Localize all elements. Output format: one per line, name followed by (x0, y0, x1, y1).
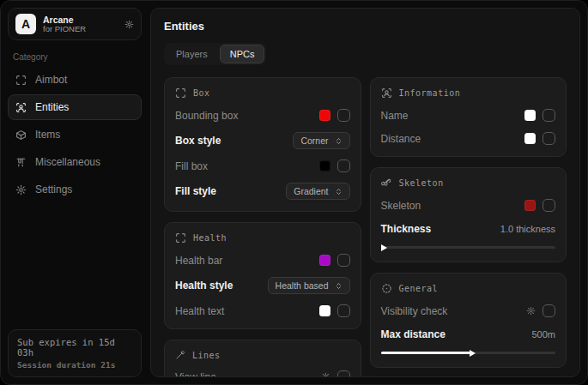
view-line-checkbox[interactable] (337, 370, 350, 377)
distance-row: Distance (381, 132, 556, 145)
card-title: Lines (192, 351, 221, 360)
row-label: Distance (381, 133, 421, 145)
slider-fill (381, 352, 472, 354)
focus-icon (381, 283, 392, 294)
color-swatch[interactable] (319, 110, 330, 121)
health-style-dropdown[interactable]: Health based (268, 277, 350, 294)
skeleton-row: Skeleton (381, 199, 556, 212)
bone-icon (381, 177, 392, 189)
sidebar-item-items[interactable]: Items (8, 122, 142, 147)
sidebar-item-label: Aimbot (35, 74, 67, 86)
sidebar-item-miscellaneous[interactable]: Miscellaneous (8, 149, 142, 175)
slider-handle[interactable] (470, 350, 476, 357)
visibility-check-checkbox[interactable] (543, 304, 555, 317)
brand-title: Arcane (43, 15, 118, 25)
sidebar: A Arcane for PIONER Category Aimbot Enti… (1, 1, 149, 384)
general-card: General Visibility check Max distance 50… (370, 273, 567, 368)
brand-card: A Arcane for PIONER (8, 8, 142, 40)
slider-handle[interactable] (381, 244, 387, 251)
skeleton-checkbox[interactable] (543, 199, 555, 212)
card-title: Information (399, 88, 461, 98)
card-title: Health (193, 233, 227, 243)
health-bar-row: Health bar (175, 254, 350, 267)
bounding-box-checkbox[interactable] (337, 109, 350, 122)
sidebar-item-label: Items (35, 129, 60, 141)
health-bar-checkbox[interactable] (337, 254, 350, 267)
row-label: Bounding box (175, 110, 238, 122)
row-label: Max distance (381, 328, 446, 340)
brand-subtitle: for PIONER (43, 25, 118, 34)
fill-style-dropdown[interactable]: Gradient (286, 183, 349, 200)
sidebar-item-label: Settings (35, 183, 72, 196)
aimbot-icon (15, 75, 27, 86)
tab-players[interactable]: Players (166, 45, 218, 63)
category-label: Category (13, 52, 136, 62)
health-text-checkbox[interactable] (337, 304, 350, 317)
box-style-row: Box style Corner (175, 132, 350, 149)
sidebar-item-label: Entities (35, 101, 69, 113)
thickness-row: Thickness 1.0 thickness (381, 222, 556, 235)
lines-card: Lines View line Line to enemy (164, 340, 361, 377)
card-title: Skeleton (399, 178, 444, 188)
slider-track (381, 246, 556, 249)
view-line-row: View line (175, 370, 350, 377)
sidebar-item-aimbot[interactable]: Aimbot (8, 67, 142, 93)
right-column: Information Name Distance (370, 77, 567, 377)
row-label: Name (381, 110, 409, 122)
row-label: Box style (175, 135, 221, 147)
max-distance-slider[interactable] (381, 349, 556, 356)
box-card: Box Bounding box Box style Corner (164, 77, 361, 212)
bounding-box-row: Bounding box (175, 109, 350, 122)
health-icon (175, 232, 186, 244)
thickness-slider[interactable] (381, 244, 556, 250)
row-label: Visibility check (381, 305, 448, 317)
dropdown-value: Health based (276, 280, 329, 291)
pencil-line-icon (175, 350, 185, 360)
max-distance-value: 500m (531, 329, 555, 340)
left-column: Box Bounding box Box style Corner (164, 77, 361, 377)
main-panel: Entities Players NPCs Box Bounding box (150, 8, 580, 377)
dropdown-value: Corner (300, 135, 328, 146)
tab-npcs[interactable]: NPCs (220, 45, 265, 63)
sidebar-item-entities[interactable]: Entities (8, 94, 142, 120)
row-label: Fill box (175, 160, 208, 172)
color-swatch[interactable] (524, 133, 536, 144)
distance-checkbox[interactable] (543, 132, 555, 145)
visibility-check-row: Visibility check (381, 304, 556, 317)
skeleton-card: Skeleton Skeleton Thickness 1.0 thicknes… (370, 167, 567, 262)
brand-logo: A (15, 14, 36, 34)
entity-tabs: Players NPCs (164, 43, 266, 65)
row-label: Skeleton (381, 200, 421, 212)
health-style-row: Health style Health based (175, 277, 350, 294)
thickness-value: 1.0 thickness (500, 224, 555, 234)
settings-gear-icon[interactable] (124, 20, 134, 29)
box-style-dropdown[interactable]: Corner (293, 132, 349, 149)
row-label: Health text (175, 305, 224, 317)
row-label: View line (175, 371, 216, 378)
fill-box-checkbox[interactable] (337, 159, 350, 172)
chevrons-up-down-icon (335, 188, 342, 196)
box-icon (175, 87, 186, 99)
color-swatch[interactable] (319, 255, 330, 266)
chevrons-up-down-icon (335, 137, 342, 145)
dropdown-value: Gradient (294, 186, 328, 196)
chevrons-up-down-icon (335, 282, 342, 290)
visibility-settings-gear-icon[interactable] (526, 306, 536, 316)
view-line-settings-gear-icon[interactable] (321, 372, 330, 377)
row-label: Fill style (175, 185, 216, 197)
row-label: Thickness (381, 223, 432, 235)
name-row: Name (381, 109, 556, 122)
sidebar-nav: Aimbot Entities Items Miscellaneous Sett… (8, 67, 142, 202)
color-swatch[interactable] (319, 160, 330, 171)
color-swatch[interactable] (524, 200, 536, 211)
color-swatch[interactable] (524, 110, 536, 121)
color-swatch[interactable] (319, 305, 330, 316)
sidebar-item-settings[interactable]: Settings (8, 177, 142, 202)
fill-box-row: Fill box (175, 159, 350, 172)
package-icon (15, 129, 27, 141)
subscription-card: Sub expires in 15d 03h Session duration … (8, 329, 142, 377)
row-label: Health bar (175, 255, 222, 267)
gear-icon (15, 184, 27, 196)
card-title: Box (193, 88, 210, 98)
name-checkbox[interactable] (543, 109, 555, 122)
